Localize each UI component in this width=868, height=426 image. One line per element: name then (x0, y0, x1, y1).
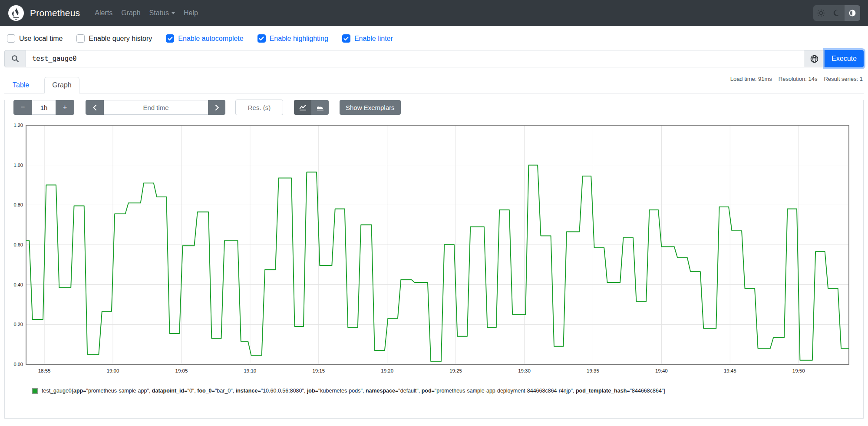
range-input-group: − + (13, 100, 74, 115)
checkbox-enable-query-history[interactable]: Enable query history (76, 34, 152, 43)
checkbox-label: Enable linter (354, 35, 393, 43)
svg-text:18:55: 18:55 (38, 368, 51, 373)
chevron-right-icon (214, 104, 220, 111)
checked-checkbox-icon[interactable] (342, 34, 350, 43)
line-chart-icon (299, 104, 307, 111)
series-label: test_gauge0{app="prometheus-sample-app",… (42, 388, 665, 394)
nav-link-status[interactable]: Status (145, 6, 179, 20)
theme-toggle-group (813, 5, 860, 21)
checkbox-label: Enable autocomplete (178, 35, 243, 43)
tab-table[interactable]: Table (5, 77, 36, 93)
search-icon-box (4, 50, 26, 67)
svg-text:19:15: 19:15 (312, 368, 325, 373)
query-stats: Load time: 91msResolution: 14sResult ser… (724, 76, 863, 82)
nav-link-help[interactable]: Help (179, 6, 202, 20)
svg-text:0.20: 0.20 (14, 322, 23, 327)
checkbox-enable-autocomplete[interactable]: Enable autocomplete (166, 34, 243, 43)
stat-load-time: Load time: 91ms (730, 76, 772, 82)
svg-text:19:25: 19:25 (449, 368, 462, 373)
tabs-row: Table Graph Load time: 91msResolution: 1… (4, 75, 864, 93)
options-row: Use local time Enable query history Enab… (0, 26, 868, 50)
graph-panel: − + (4, 100, 864, 419)
stat-result-series: Result series: 1 (824, 76, 863, 82)
svg-text:0.80: 0.80 (14, 202, 23, 207)
execute-button[interactable]: Execute (825, 50, 864, 67)
prometheus-logo-icon[interactable] (8, 5, 24, 21)
nav-link-alerts[interactable]: Alerts (90, 6, 117, 20)
svg-text:19:30: 19:30 (518, 368, 531, 373)
checkbox-label: Enable highlighting (270, 35, 328, 43)
app-title[interactable]: Prometheus (30, 8, 80, 18)
nav-link-graph[interactable]: Graph (117, 6, 145, 20)
svg-text:0.60: 0.60 (14, 242, 23, 247)
svg-text:19:35: 19:35 (587, 368, 599, 373)
unchecked-checkbox-icon[interactable] (7, 34, 15, 43)
tab-graph[interactable]: Graph (44, 77, 79, 93)
stacked-chart-button[interactable] (311, 100, 329, 115)
globe-icon (810, 55, 818, 63)
graph-controls: − + (13, 100, 863, 115)
checked-checkbox-icon[interactable] (166, 34, 174, 43)
unchecked-checkbox-icon[interactable] (76, 34, 85, 43)
stat-resolution: Resolution: 14s (779, 76, 818, 82)
auto-contrast-icon (849, 10, 856, 17)
svg-text:19:10: 19:10 (244, 368, 256, 373)
range-input[interactable] (32, 100, 56, 115)
line-chart-button[interactable] (294, 100, 311, 115)
moon-icon (833, 10, 840, 17)
time-back-button[interactable] (86, 100, 104, 115)
chart-legend[interactable]: test_gauge0{app="prometheus-sample-app",… (32, 388, 863, 394)
svg-text:1.00: 1.00 (14, 163, 23, 168)
light-theme-button[interactable] (813, 5, 829, 21)
decrease-range-button[interactable]: − (13, 100, 32, 115)
checkbox-use-local-time[interactable]: Use local time (7, 34, 63, 43)
svg-text:19:05: 19:05 (175, 368, 188, 373)
svg-text:19:50: 19:50 (792, 368, 805, 373)
auto-theme-button[interactable] (845, 5, 860, 21)
metric-chart[interactable]: 0.000.200.400.600.801.001.2018:5519:0019… (5, 121, 864, 382)
end-time-input[interactable] (104, 100, 208, 115)
svg-text:19:00: 19:00 (107, 368, 119, 373)
dark-theme-button[interactable] (829, 5, 845, 21)
search-icon (11, 55, 19, 63)
show-exemplars-button[interactable]: Show Exemplars (340, 100, 401, 115)
sun-icon (817, 9, 825, 17)
checkbox-enable-linter[interactable]: Enable linter (342, 34, 393, 43)
stacked-chart-icon (316, 104, 324, 111)
resolution-input[interactable] (235, 100, 283, 115)
chart-type-toggle (294, 100, 329, 115)
svg-text:0.00: 0.00 (14, 362, 23, 367)
checkbox-enable-highlighting[interactable]: Enable highlighting (257, 34, 328, 43)
svg-text:19:45: 19:45 (724, 368, 736, 373)
end-time-group (86, 100, 225, 115)
svg-text:19:40: 19:40 (655, 368, 668, 373)
checked-checkbox-icon[interactable] (257, 34, 266, 43)
increase-range-button[interactable]: + (56, 100, 74, 115)
query-input[interactable] (26, 50, 804, 67)
query-bar: Execute (4, 50, 864, 67)
chevron-left-icon (92, 104, 98, 111)
svg-text:19:20: 19:20 (381, 368, 393, 373)
series-swatch-icon (32, 388, 38, 394)
svg-text:0.40: 0.40 (14, 282, 23, 287)
nav-links: Alerts Graph Status Help (90, 6, 202, 20)
svg-text:1.20: 1.20 (14, 123, 23, 128)
chevron-down-icon (172, 12, 175, 14)
checkbox-label: Enable query history (89, 35, 152, 43)
checkbox-label: Use local time (19, 35, 63, 43)
metrics-explorer-button[interactable] (804, 50, 825, 67)
navbar: Prometheus Alerts Graph Status Help (0, 0, 868, 26)
time-forward-button[interactable] (208, 100, 225, 115)
